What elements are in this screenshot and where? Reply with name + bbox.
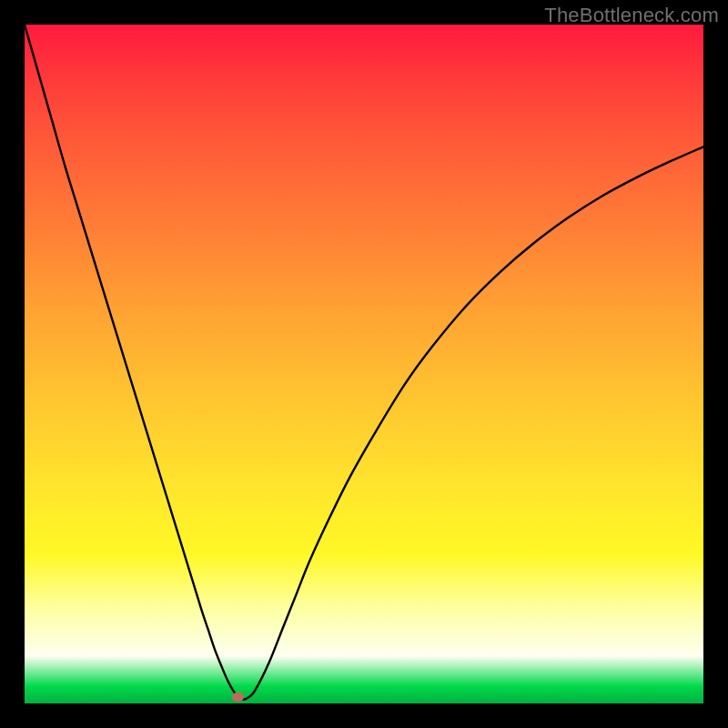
bottleneck-curve (25, 25, 703, 703)
plot-area (25, 25, 703, 703)
curve-path (25, 25, 703, 700)
optimal-point-marker (232, 693, 244, 702)
chart-stage: TheBottleneck.com (0, 0, 728, 728)
